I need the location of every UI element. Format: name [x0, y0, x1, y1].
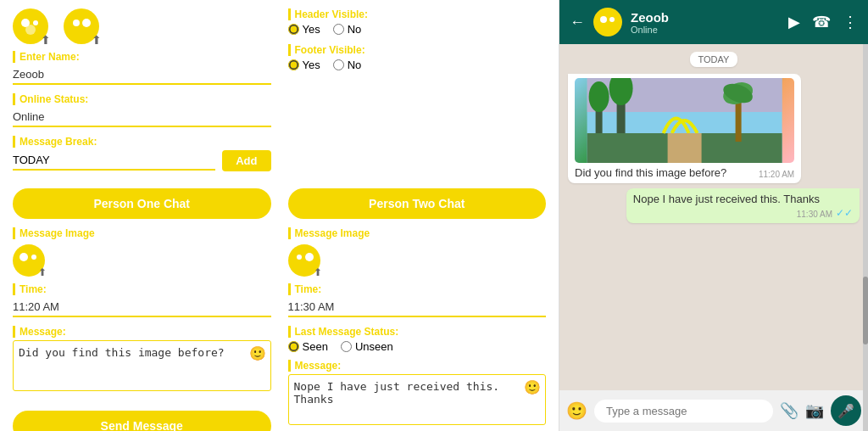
header-visible-label: Header Visible:	[288, 8, 547, 20]
footer-visible-radios: Yes No	[288, 59, 547, 71]
person-one-emoji-icon[interactable]: 🙂	[249, 345, 266, 361]
chat-attach-icon[interactable]: 📎	[780, 401, 798, 420]
message-image	[575, 78, 794, 163]
video-call-icon[interactable]: ▶	[788, 13, 800, 31]
seen-radio-label[interactable]: Seen	[288, 340, 328, 353]
header-visible-no-radio[interactable]	[333, 24, 344, 35]
unseen-radio[interactable]	[341, 341, 352, 352]
svg-rect-26	[668, 133, 702, 163]
enter-name-input[interactable]	[13, 65, 271, 85]
chat-buttons-row: Person One Chat Person Two Chat	[13, 188, 546, 219]
double-tick-icon: ✓✓	[836, 207, 853, 219]
date-badge-text: TODAY	[690, 52, 738, 67]
person-two-time-group: Time:	[288, 283, 547, 317]
chat-emoji-button[interactable]: 🙂	[566, 400, 587, 421]
message-break-group: Message Break: Add	[13, 136, 271, 171]
footer-visible-no[interactable]: No	[333, 59, 362, 71]
chat-text-input[interactable]	[594, 400, 773, 423]
header-visible-yes-radio[interactable]	[288, 24, 299, 35]
person-two-message-group: Message: Nope I have just received this.…	[288, 360, 547, 428]
chat-mic-button[interactable]: 🎤	[831, 395, 861, 426]
last-message-status-radios: Seen Unseen	[288, 340, 547, 353]
person-two-emoji-icon[interactable]: 🙂	[524, 379, 541, 395]
person-one-msg-upload-icon[interactable]: ⬆	[38, 266, 47, 278]
online-status-label: Online Status:	[13, 93, 271, 105]
person-one-send-button[interactable]: Send Message	[13, 411, 271, 431]
online-status-input[interactable]	[13, 108, 271, 127]
date-badge: TODAY	[568, 53, 860, 65]
chat-input-row: 🙂 📎 📷 🎤	[559, 390, 868, 431]
header-visible-group: Header Visible: Yes No	[288, 8, 547, 36]
person-two-chat-button[interactable]: Person Two Chat	[288, 188, 547, 219]
person-one-message-wrapper: Did you find this image before? 🙂	[13, 340, 271, 394]
footer-visible-yes[interactable]: Yes	[288, 59, 320, 71]
scrollbar[interactable]	[863, 44, 868, 431]
person-one-time-group: Time:	[13, 283, 271, 317]
svg-point-6	[82, 19, 91, 27]
person-two-message-image-label: Message Image	[288, 227, 547, 239]
avatar-row: ⬆ ⬆	[13, 8, 271, 44]
top-right-config: Header Visible: Yes No Footer Visible:	[288, 8, 547, 180]
online-status-group: Online Status:	[13, 93, 271, 127]
enter-name-group: Enter Name:	[13, 51, 271, 85]
left-panel: ⬆ ⬆ Enter Name:	[0, 0, 559, 431]
person-one-time-input[interactable]	[13, 298, 271, 317]
svg-point-14	[600, 16, 607, 23]
header-visible-yes[interactable]: Yes	[288, 23, 320, 36]
svg-point-5	[73, 20, 80, 26]
avatar-two-upload-icon[interactable]: ⬆	[92, 33, 102, 47]
footer-visible-no-radio[interactable]	[333, 59, 344, 70]
footer-visible-yes-radio[interactable]	[288, 59, 299, 70]
more-options-icon[interactable]: ⋮	[843, 13, 858, 31]
person-one-message-group: Message: Did you find this image before?…	[13, 326, 271, 394]
received-msg-time: 11:20 AM	[759, 170, 794, 179]
person-one-time-label: Time:	[13, 283, 271, 295]
person-two-message-wrapper: Nope I have just received this. Thanks 🙂	[288, 374, 547, 428]
footer-visible-label: Footer Visible:	[288, 44, 547, 56]
person-two-time-label: Time:	[288, 283, 547, 295]
sent-msg-text: Nope I have just received this. Thanks	[633, 193, 853, 205]
svg-point-3	[25, 25, 36, 35]
svg-point-20	[589, 81, 609, 112]
back-arrow-icon[interactable]: ←	[570, 14, 585, 31]
unseen-radio-label[interactable]: Unseen	[341, 340, 393, 353]
person-two-message-textarea[interactable]: Nope I have just received this. Thanks	[288, 374, 547, 425]
sent-message: Nope I have just received this. Thanks 1…	[626, 188, 860, 223]
header-visible-no[interactable]: No	[333, 23, 362, 36]
phone-icon[interactable]: ☎	[812, 13, 831, 31]
seen-radio[interactable]	[288, 341, 299, 352]
avatar-upload-icon[interactable]: ⬆	[41, 33, 51, 47]
svg-point-8	[19, 253, 28, 261]
message-break-row: Add	[13, 150, 271, 171]
footer-visible-group: Footer Visible: Yes No	[288, 44, 547, 71]
svg-point-11	[297, 255, 302, 260]
last-message-status-group: Last Message Status: Seen Unseen	[288, 326, 547, 353]
received-msg-text: Did you find this image before?	[575, 166, 752, 179]
header-avatar	[593, 8, 622, 36]
mic-icon: 🎤	[837, 403, 854, 419]
person-two-msg-upload-icon[interactable]: ⬆	[314, 266, 322, 278]
top-left-config: ⬆ ⬆ Enter Name:	[13, 8, 271, 180]
bottom-section: Message Image ⬆ Time: Message:	[13, 227, 546, 431]
person-two-msg-avatar: ⬆	[288, 244, 320, 277]
person-one-chat-button[interactable]: Person One Chat	[13, 188, 271, 219]
last-message-status-label: Last Message Status:	[288, 326, 547, 338]
header-status: Online	[631, 25, 780, 35]
person-two-message-label: Message:	[288, 360, 547, 372]
person-one-msg-avatar: ⬆	[13, 244, 45, 277]
svg-point-2	[33, 20, 38, 25]
top-section: ⬆ ⬆ Enter Name:	[13, 8, 546, 180]
person-one-message-textarea[interactable]: Did you find this image before?	[13, 340, 271, 391]
sent-msg-time-row: 11:30 AM ✓✓	[633, 207, 853, 219]
person-two-time-input[interactable]	[288, 298, 547, 317]
message-break-input[interactable]	[13, 151, 215, 171]
chat-camera-icon[interactable]: 📷	[805, 401, 824, 420]
chat-header: ← Zeoob Online ▶ ☎ ⋮	[559, 0, 868, 44]
sent-msg-time: 11:30 AM	[797, 210, 832, 219]
person-one-message-image-label: Message Image	[13, 227, 271, 239]
enter-name-label: Enter Name:	[13, 51, 271, 63]
person-one-column: Message Image ⬆ Time: Message:	[13, 227, 271, 431]
add-button[interactable]: Add	[222, 150, 270, 171]
scrollbar-thumb[interactable]	[863, 277, 868, 344]
received-msg-text-row: Did you find this image before? 11:20 AM	[575, 166, 794, 179]
